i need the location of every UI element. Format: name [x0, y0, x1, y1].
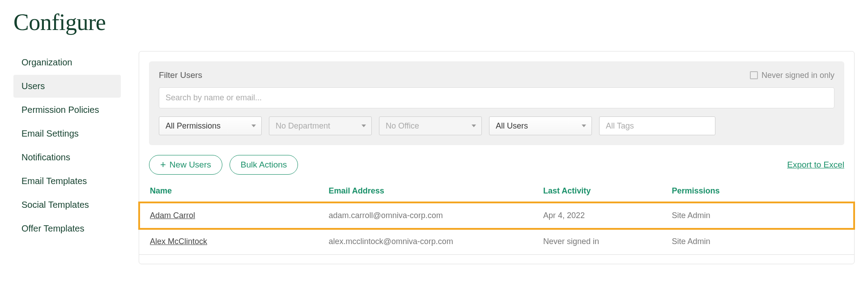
plus-icon: + [160, 160, 166, 170]
sidebar-item-offer-templates[interactable]: Offer Templates [13, 217, 121, 240]
sidebar-item-organization[interactable]: Organization [13, 51, 121, 74]
filter-row: All Permissions No Department No Office … [159, 116, 834, 135]
cell-activity: Apr 4, 2022 [532, 202, 661, 229]
chevron-down-icon [251, 125, 256, 127]
table-row: Alex McClintock alex.mcclintock@omniva-c… [139, 229, 854, 255]
cell-email: adam.carroll@omniva-corp.com [318, 202, 532, 229]
search-input[interactable] [159, 87, 834, 108]
never-signed-checkbox[interactable]: Never signed in only [750, 71, 834, 80]
col-header-permissions[interactable]: Permissions [661, 180, 854, 202]
users-dropdown-label: All Users [496, 121, 528, 131]
cell-email: alex.mcclintock@omniva-corp.com [318, 229, 532, 255]
department-dropdown-label: No Department [276, 121, 330, 131]
page-title: Configure [13, 9, 855, 35]
new-users-label: New Users [170, 160, 211, 170]
actions-row: + New Users Bulk Actions Export to Excel [139, 155, 854, 175]
never-signed-label: Never signed in only [762, 71, 834, 80]
cell-permissions: Site Admin [661, 202, 854, 229]
permissions-dropdown[interactable]: All Permissions [159, 116, 262, 135]
bulk-actions-label: Bulk Actions [241, 160, 287, 170]
layout: Organization Users Permission Policies E… [13, 51, 855, 264]
office-dropdown[interactable]: No Office [379, 116, 482, 135]
sidebar-item-email-settings[interactable]: Email Settings [13, 122, 121, 145]
users-table: Name Email Address Last Activity Permiss… [139, 180, 854, 255]
sidebar-item-notifications[interactable]: Notifications [13, 146, 121, 169]
col-header-name[interactable]: Name [139, 180, 318, 202]
cell-name: Adam Carrol [139, 202, 318, 229]
new-users-button[interactable]: + New Users [149, 155, 222, 175]
cell-permissions: Site Admin [661, 229, 854, 255]
col-header-activity[interactable]: Last Activity [532, 180, 661, 202]
permissions-dropdown-label: All Permissions [166, 121, 221, 131]
department-dropdown[interactable]: No Department [269, 116, 372, 135]
table-header-row: Name Email Address Last Activity Permiss… [139, 180, 854, 202]
chevron-down-icon [472, 125, 476, 127]
chevron-down-icon [582, 125, 586, 127]
user-link[interactable]: Adam Carrol [150, 211, 195, 220]
cell-activity: Never signed in [532, 229, 661, 255]
main-panel: Filter Users Never signed in only All Pe… [139, 51, 855, 264]
sidebar-item-email-templates[interactable]: Email Templates [13, 170, 121, 193]
cell-name: Alex McClintock [139, 229, 318, 255]
checkbox-icon [750, 71, 758, 79]
tags-input[interactable]: All Tags [599, 116, 715, 135]
filter-header: Filter Users Never signed in only [159, 70, 834, 80]
table-row: Adam Carrol adam.carroll@omniva-corp.com… [139, 202, 854, 229]
tags-placeholder: All Tags [606, 121, 634, 131]
sidebar: Organization Users Permission Policies E… [13, 51, 121, 264]
col-header-email[interactable]: Email Address [318, 180, 532, 202]
sidebar-item-social-templates[interactable]: Social Templates [13, 193, 121, 216]
filter-panel: Filter Users Never signed in only All Pe… [149, 61, 844, 145]
chevron-down-icon [362, 125, 366, 127]
export-link[interactable]: Export to Excel [787, 160, 844, 170]
bulk-actions-button[interactable]: Bulk Actions [230, 155, 298, 175]
sidebar-item-permission-policies[interactable]: Permission Policies [13, 99, 121, 121]
sidebar-item-users[interactable]: Users [13, 75, 121, 98]
user-link[interactable]: Alex McClintock [150, 237, 207, 246]
filter-title: Filter Users [159, 70, 202, 80]
users-dropdown[interactable]: All Users [489, 116, 592, 135]
office-dropdown-label: No Office [386, 121, 419, 131]
